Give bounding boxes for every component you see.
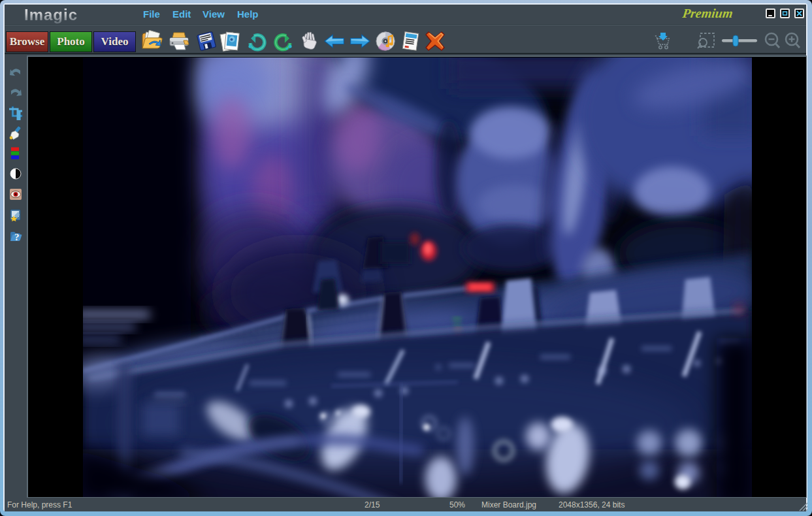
svg-text:?: ? bbox=[14, 232, 20, 242]
